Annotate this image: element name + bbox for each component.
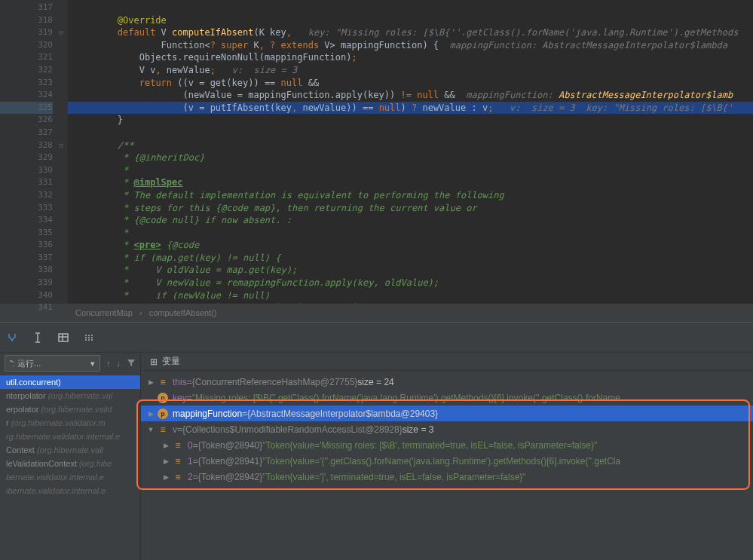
frame-item[interactable]: util.concurrent) (0, 375, 140, 389)
step-into-icon[interactable] (6, 332, 18, 344)
variables-panel: ⊞ 变量 ▶≡this = {ConcurrentReferenceHashMa… (141, 353, 753, 560)
next-frame-icon[interactable]: ↓ (117, 359, 121, 368)
thread-label: ": 运行... (10, 358, 41, 369)
vars-header-label: 变量 (162, 355, 180, 368)
frame-item[interactable]: rg.hibernate.validator.internal.e (0, 430, 140, 443)
svg-rect-0 (59, 334, 68, 341)
variable-row[interactable]: ▶pmappingFunction = {AbstractMessageInte… (141, 405, 753, 421)
debug-panel: ": 运行... ▾ ↑ ↓ util.concurrent) nterpola… (0, 322, 753, 560)
variable-row[interactable]: pkey = "Missing roles: [$\B{''.getClass(… (141, 390, 753, 405)
filter-icon[interactable] (127, 358, 136, 369)
frame-item[interactable]: r (org.hibernate.validator.m (0, 416, 140, 430)
frame-item[interactable]: bernate.validator.internal.e (0, 470, 140, 484)
table-icon[interactable] (57, 332, 69, 344)
variable-row[interactable]: ▶≡this = {ConcurrentReferenceHashMap@277… (141, 374, 753, 390)
cursor-icon[interactable] (32, 332, 44, 344)
breadcrumb-class[interactable]: ConcurrentMap (75, 308, 133, 317)
breadcrumb[interactable]: ConcurrentMap › computeIfAbsent() (0, 304, 753, 322)
vars-list[interactable]: ▶≡this = {ConcurrentReferenceHashMap@277… (141, 371, 753, 488)
prev-frame-icon[interactable]: ↑ (106, 359, 111, 368)
code-content[interactable]: @Override default V computeIfAbsent(K ke… (68, 0, 753, 304)
frame-item[interactable]: nterpolator (org.hibernate.val (0, 389, 140, 402)
debug-content: ": 运行... ▾ ↑ ↓ util.concurrent) nterpola… (0, 353, 753, 560)
frames-header: ": 运行... ▾ ↑ ↓ (0, 353, 140, 374)
frame-item[interactable]: ibernate.validator.internal.e (0, 484, 140, 497)
breadcrumb-method[interactable]: computeIfAbsent() (149, 308, 217, 317)
vars-header-icon: ⊞ (150, 357, 158, 367)
settings-icon[interactable] (83, 332, 95, 344)
line-gutter: 317318319⊟320321322323324325326327328⊟32… (0, 0, 68, 304)
frame-item[interactable]: erpolator (org.hibernate.valid (0, 402, 140, 416)
variable-row[interactable]: ▶≡1 = {Token@28941} "Token{value='{''.ge… (141, 453, 753, 469)
debug-toolbar (0, 323, 753, 353)
frame-item[interactable]: Context (org.hibernate.vali (0, 443, 140, 457)
frames-panel: ": 运行... ▾ ↑ ↓ util.concurrent) nterpola… (0, 353, 141, 560)
thread-dropdown[interactable]: ": 运行... ▾ (5, 355, 100, 372)
frames-list[interactable]: util.concurrent) nterpolator (org.hibern… (0, 374, 140, 497)
vars-header: ⊞ 变量 (141, 353, 753, 371)
variable-row[interactable]: ▶≡2 = {Token@28942} "Token{value=']', te… (141, 469, 753, 485)
frame-item[interactable]: leValidationContext (org.hibe (0, 457, 140, 470)
chevron-down-icon: ▾ (90, 359, 95, 369)
breadcrumb-sep: › (139, 308, 142, 317)
code-editor[interactable]: 317318319⊟320321322323324325326327328⊟32… (0, 0, 753, 304)
variable-row[interactable]: ▶≡0 = {Token@28940} "Token{value='Missin… (141, 437, 753, 453)
variable-row[interactable]: ▼≡v = {Collections$UnmodifiableRandomAcc… (141, 421, 753, 437)
